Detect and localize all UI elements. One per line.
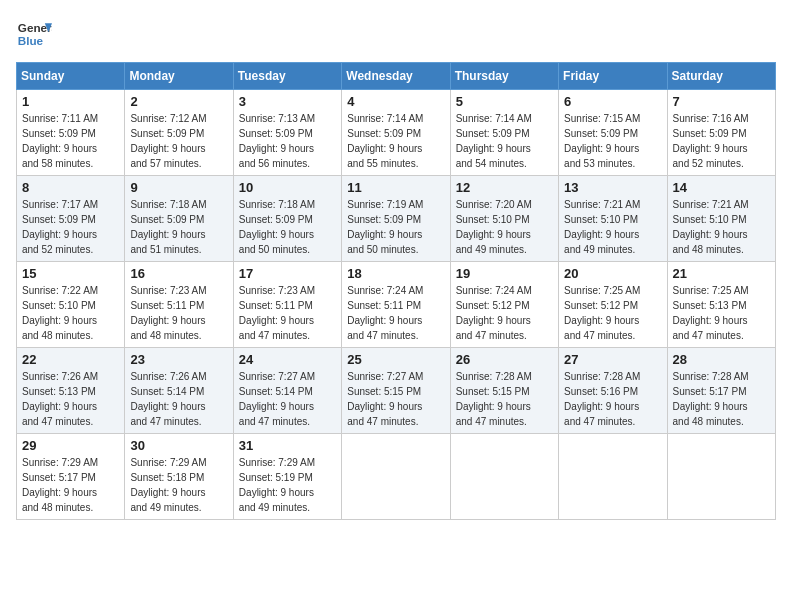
calendar-cell: 19 Sunrise: 7:24 AM Sunset: 5:12 PM Dayl… bbox=[450, 262, 558, 348]
day-number: 5 bbox=[456, 94, 553, 109]
calendar-cell: 7 Sunrise: 7:16 AM Sunset: 5:09 PM Dayli… bbox=[667, 90, 775, 176]
calendar-week-row: 8 Sunrise: 7:17 AM Sunset: 5:09 PM Dayli… bbox=[17, 176, 776, 262]
day-number: 22 bbox=[22, 352, 119, 367]
day-number: 8 bbox=[22, 180, 119, 195]
day-info: Sunrise: 7:18 AM Sunset: 5:09 PM Dayligh… bbox=[239, 197, 336, 257]
calendar-cell: 29 Sunrise: 7:29 AM Sunset: 5:17 PM Dayl… bbox=[17, 434, 125, 520]
calendar-cell: 14 Sunrise: 7:21 AM Sunset: 5:10 PM Dayl… bbox=[667, 176, 775, 262]
day-of-week-header: Tuesday bbox=[233, 63, 341, 90]
calendar-cell: 23 Sunrise: 7:26 AM Sunset: 5:14 PM Dayl… bbox=[125, 348, 233, 434]
day-info: Sunrise: 7:21 AM Sunset: 5:10 PM Dayligh… bbox=[673, 197, 770, 257]
day-number: 27 bbox=[564, 352, 661, 367]
day-number: 24 bbox=[239, 352, 336, 367]
day-number: 31 bbox=[239, 438, 336, 453]
calendar-cell: 11 Sunrise: 7:19 AM Sunset: 5:09 PM Dayl… bbox=[342, 176, 450, 262]
day-number: 21 bbox=[673, 266, 770, 281]
day-of-week-header: Sunday bbox=[17, 63, 125, 90]
logo: General Blue bbox=[16, 16, 52, 52]
day-number: 10 bbox=[239, 180, 336, 195]
day-info: Sunrise: 7:22 AM Sunset: 5:10 PM Dayligh… bbox=[22, 283, 119, 343]
day-number: 25 bbox=[347, 352, 444, 367]
day-info: Sunrise: 7:13 AM Sunset: 5:09 PM Dayligh… bbox=[239, 111, 336, 171]
day-of-week-header: Thursday bbox=[450, 63, 558, 90]
calendar-cell bbox=[450, 434, 558, 520]
day-number: 9 bbox=[130, 180, 227, 195]
calendar-cell: 31 Sunrise: 7:29 AM Sunset: 5:19 PM Dayl… bbox=[233, 434, 341, 520]
day-number: 11 bbox=[347, 180, 444, 195]
day-info: Sunrise: 7:25 AM Sunset: 5:12 PM Dayligh… bbox=[564, 283, 661, 343]
day-info: Sunrise: 7:28 AM Sunset: 5:16 PM Dayligh… bbox=[564, 369, 661, 429]
day-of-week-header: Monday bbox=[125, 63, 233, 90]
calendar-week-row: 22 Sunrise: 7:26 AM Sunset: 5:13 PM Dayl… bbox=[17, 348, 776, 434]
calendar-cell bbox=[559, 434, 667, 520]
day-number: 17 bbox=[239, 266, 336, 281]
day-number: 4 bbox=[347, 94, 444, 109]
day-of-week-header: Wednesday bbox=[342, 63, 450, 90]
calendar-cell bbox=[667, 434, 775, 520]
calendar-cell: 17 Sunrise: 7:23 AM Sunset: 5:11 PM Dayl… bbox=[233, 262, 341, 348]
day-info: Sunrise: 7:18 AM Sunset: 5:09 PM Dayligh… bbox=[130, 197, 227, 257]
day-number: 28 bbox=[673, 352, 770, 367]
calendar-cell: 20 Sunrise: 7:25 AM Sunset: 5:12 PM Dayl… bbox=[559, 262, 667, 348]
day-number: 6 bbox=[564, 94, 661, 109]
day-info: Sunrise: 7:26 AM Sunset: 5:14 PM Dayligh… bbox=[130, 369, 227, 429]
day-number: 15 bbox=[22, 266, 119, 281]
calendar-cell: 21 Sunrise: 7:25 AM Sunset: 5:13 PM Dayl… bbox=[667, 262, 775, 348]
day-info: Sunrise: 7:23 AM Sunset: 5:11 PM Dayligh… bbox=[130, 283, 227, 343]
calendar-cell bbox=[342, 434, 450, 520]
day-info: Sunrise: 7:28 AM Sunset: 5:17 PM Dayligh… bbox=[673, 369, 770, 429]
day-number: 3 bbox=[239, 94, 336, 109]
calendar-header-row: SundayMondayTuesdayWednesdayThursdayFrid… bbox=[17, 63, 776, 90]
header: General Blue bbox=[16, 16, 776, 52]
calendar-cell: 9 Sunrise: 7:18 AM Sunset: 5:09 PM Dayli… bbox=[125, 176, 233, 262]
day-number: 18 bbox=[347, 266, 444, 281]
calendar-week-row: 1 Sunrise: 7:11 AM Sunset: 5:09 PM Dayli… bbox=[17, 90, 776, 176]
day-info: Sunrise: 7:25 AM Sunset: 5:13 PM Dayligh… bbox=[673, 283, 770, 343]
day-info: Sunrise: 7:29 AM Sunset: 5:17 PM Dayligh… bbox=[22, 455, 119, 515]
day-of-week-header: Friday bbox=[559, 63, 667, 90]
day-info: Sunrise: 7:12 AM Sunset: 5:09 PM Dayligh… bbox=[130, 111, 227, 171]
calendar-cell: 8 Sunrise: 7:17 AM Sunset: 5:09 PM Dayli… bbox=[17, 176, 125, 262]
day-info: Sunrise: 7:26 AM Sunset: 5:13 PM Dayligh… bbox=[22, 369, 119, 429]
day-info: Sunrise: 7:21 AM Sunset: 5:10 PM Dayligh… bbox=[564, 197, 661, 257]
calendar-cell: 5 Sunrise: 7:14 AM Sunset: 5:09 PM Dayli… bbox=[450, 90, 558, 176]
day-number: 13 bbox=[564, 180, 661, 195]
calendar-cell: 4 Sunrise: 7:14 AM Sunset: 5:09 PM Dayli… bbox=[342, 90, 450, 176]
calendar-cell: 26 Sunrise: 7:28 AM Sunset: 5:15 PM Dayl… bbox=[450, 348, 558, 434]
day-info: Sunrise: 7:14 AM Sunset: 5:09 PM Dayligh… bbox=[456, 111, 553, 171]
day-info: Sunrise: 7:24 AM Sunset: 5:11 PM Dayligh… bbox=[347, 283, 444, 343]
calendar-cell: 22 Sunrise: 7:26 AM Sunset: 5:13 PM Dayl… bbox=[17, 348, 125, 434]
day-number: 16 bbox=[130, 266, 227, 281]
day-number: 7 bbox=[673, 94, 770, 109]
day-info: Sunrise: 7:24 AM Sunset: 5:12 PM Dayligh… bbox=[456, 283, 553, 343]
calendar-cell: 10 Sunrise: 7:18 AM Sunset: 5:09 PM Dayl… bbox=[233, 176, 341, 262]
calendar-cell: 2 Sunrise: 7:12 AM Sunset: 5:09 PM Dayli… bbox=[125, 90, 233, 176]
calendar-cell: 15 Sunrise: 7:22 AM Sunset: 5:10 PM Dayl… bbox=[17, 262, 125, 348]
calendar-cell: 24 Sunrise: 7:27 AM Sunset: 5:14 PM Dayl… bbox=[233, 348, 341, 434]
day-info: Sunrise: 7:27 AM Sunset: 5:15 PM Dayligh… bbox=[347, 369, 444, 429]
calendar-cell: 3 Sunrise: 7:13 AM Sunset: 5:09 PM Dayli… bbox=[233, 90, 341, 176]
calendar-table: SundayMondayTuesdayWednesdayThursdayFrid… bbox=[16, 62, 776, 520]
day-number: 12 bbox=[456, 180, 553, 195]
day-of-week-header: Saturday bbox=[667, 63, 775, 90]
day-info: Sunrise: 7:17 AM Sunset: 5:09 PM Dayligh… bbox=[22, 197, 119, 257]
day-info: Sunrise: 7:28 AM Sunset: 5:15 PM Dayligh… bbox=[456, 369, 553, 429]
calendar-week-row: 15 Sunrise: 7:22 AM Sunset: 5:10 PM Dayl… bbox=[17, 262, 776, 348]
day-info: Sunrise: 7:29 AM Sunset: 5:18 PM Dayligh… bbox=[130, 455, 227, 515]
calendar-week-row: 29 Sunrise: 7:29 AM Sunset: 5:17 PM Dayl… bbox=[17, 434, 776, 520]
day-number: 1 bbox=[22, 94, 119, 109]
day-number: 20 bbox=[564, 266, 661, 281]
calendar-cell: 18 Sunrise: 7:24 AM Sunset: 5:11 PM Dayl… bbox=[342, 262, 450, 348]
day-info: Sunrise: 7:29 AM Sunset: 5:19 PM Dayligh… bbox=[239, 455, 336, 515]
day-number: 14 bbox=[673, 180, 770, 195]
day-number: 26 bbox=[456, 352, 553, 367]
svg-text:Blue: Blue bbox=[18, 34, 44, 47]
day-number: 23 bbox=[130, 352, 227, 367]
day-info: Sunrise: 7:23 AM Sunset: 5:11 PM Dayligh… bbox=[239, 283, 336, 343]
day-info: Sunrise: 7:16 AM Sunset: 5:09 PM Dayligh… bbox=[673, 111, 770, 171]
calendar-cell: 25 Sunrise: 7:27 AM Sunset: 5:15 PM Dayl… bbox=[342, 348, 450, 434]
calendar-cell: 6 Sunrise: 7:15 AM Sunset: 5:09 PM Dayli… bbox=[559, 90, 667, 176]
day-info: Sunrise: 7:14 AM Sunset: 5:09 PM Dayligh… bbox=[347, 111, 444, 171]
day-number: 29 bbox=[22, 438, 119, 453]
calendar-body: 1 Sunrise: 7:11 AM Sunset: 5:09 PM Dayli… bbox=[17, 90, 776, 520]
